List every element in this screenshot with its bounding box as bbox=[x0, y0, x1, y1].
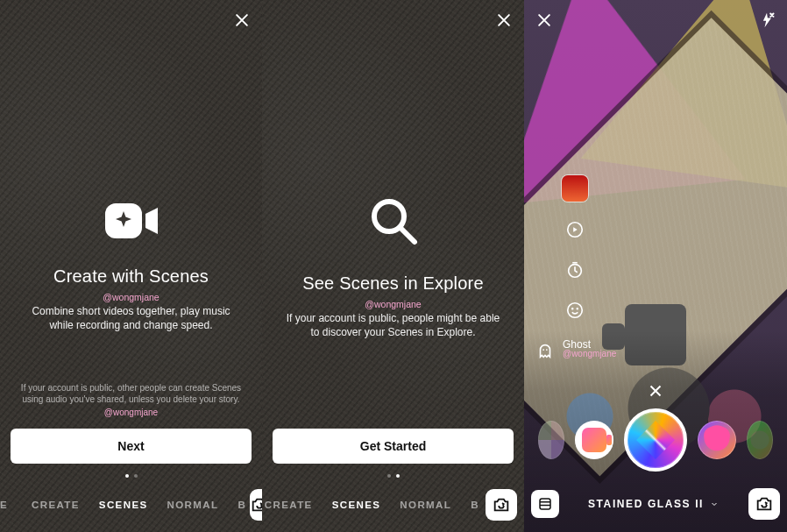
svg-line-2 bbox=[401, 228, 415, 242]
effect-name-dropdown[interactable]: STAINED GLASS II bbox=[559, 498, 748, 510]
svg-point-9 bbox=[546, 349, 548, 351]
watermark: @wongmjane bbox=[11, 407, 252, 418]
ghost-icon[interactable] bbox=[533, 338, 557, 363]
camera-mode-row: E CREATE SCENES NORMAL B bbox=[0, 488, 262, 521]
close-icon[interactable] bbox=[230, 9, 253, 32]
page-indicator bbox=[0, 474, 262, 478]
mode-normal[interactable]: NORMAL bbox=[400, 500, 451, 510]
scenes-camera-icon bbox=[100, 200, 163, 245]
close-icon[interactable] bbox=[533, 9, 556, 32]
effects-gallery-button[interactable] bbox=[531, 490, 559, 518]
timer-icon[interactable] bbox=[563, 258, 587, 282]
watermark: @wongmjane bbox=[103, 292, 159, 302]
onboarding-panel-2: See Scenes in Explore @wongmjane If your… bbox=[262, 0, 524, 532]
onboarding-panel-1: Create with Scenes @wongmjane Combine sh… bbox=[0, 0, 262, 532]
effect-thumb[interactable] bbox=[747, 421, 773, 459]
mode-normal[interactable]: NORMAL bbox=[167, 500, 219, 510]
effect-thumb-scenes[interactable] bbox=[575, 421, 613, 459]
audio-thumbnail[interactable] bbox=[562, 175, 588, 202]
speed-icon[interactable] bbox=[563, 217, 587, 242]
effect-thumb[interactable] bbox=[698, 421, 736, 459]
onboarding-subtitle: If your account is public, people might … bbox=[283, 311, 503, 339]
mode-partial-left[interactable]: E bbox=[0, 500, 12, 510]
switch-camera-button[interactable] bbox=[250, 489, 262, 521]
mode-partial-right[interactable]: B bbox=[238, 500, 250, 510]
onboarding-title: Create with Scenes bbox=[53, 266, 209, 287]
effect-tools-column: Ghost @wongmjane bbox=[533, 175, 616, 363]
dismiss-effect-icon[interactable] bbox=[646, 381, 665, 401]
mode-scenes[interactable]: SCENES bbox=[99, 500, 148, 510]
mode-partial-right[interactable]: B bbox=[471, 500, 483, 510]
svg-point-7 bbox=[577, 309, 578, 309]
svg-rect-10 bbox=[540, 499, 550, 509]
effects-carousel[interactable] bbox=[524, 406, 787, 474]
chevron-down-icon bbox=[709, 499, 720, 509]
search-icon bbox=[365, 193, 422, 252]
shutter-effect-selected[interactable] bbox=[624, 408, 687, 472]
onboarding-footnote: If your account is public, other people … bbox=[11, 382, 252, 418]
onboarding-title: See Scenes in Explore bbox=[302, 273, 484, 294]
flash-icon[interactable] bbox=[755, 9, 778, 32]
effects-smiley-icon[interactable] bbox=[563, 298, 587, 323]
next-button[interactable]: Next bbox=[11, 429, 252, 464]
mode-scenes[interactable]: SCENES bbox=[332, 500, 381, 510]
svg-point-5 bbox=[567, 303, 582, 318]
switch-camera-button[interactable] bbox=[748, 488, 780, 520]
camera-mode-row: CREATE SCENES NORMAL B bbox=[262, 488, 524, 521]
mode-create[interactable]: CREATE bbox=[265, 500, 313, 510]
svg-point-6 bbox=[571, 309, 572, 309]
effect-thumb[interactable] bbox=[538, 421, 564, 459]
watermark: @wongmjane bbox=[563, 349, 616, 358]
mode-create[interactable]: CREATE bbox=[32, 500, 80, 510]
watermark: @wongmjane bbox=[365, 299, 421, 309]
get-started-button[interactable]: Get Started bbox=[273, 429, 514, 464]
close-icon[interactable] bbox=[493, 9, 515, 32]
svg-point-8 bbox=[542, 349, 544, 351]
camera-effects-panel: Ghost @wongmjane STAINED GLASS II bbox=[524, 0, 787, 532]
switch-camera-button[interactable] bbox=[486, 489, 517, 521]
page-indicator bbox=[262, 474, 524, 478]
onboarding-subtitle: Combine short videos together, play musi… bbox=[21, 304, 241, 332]
